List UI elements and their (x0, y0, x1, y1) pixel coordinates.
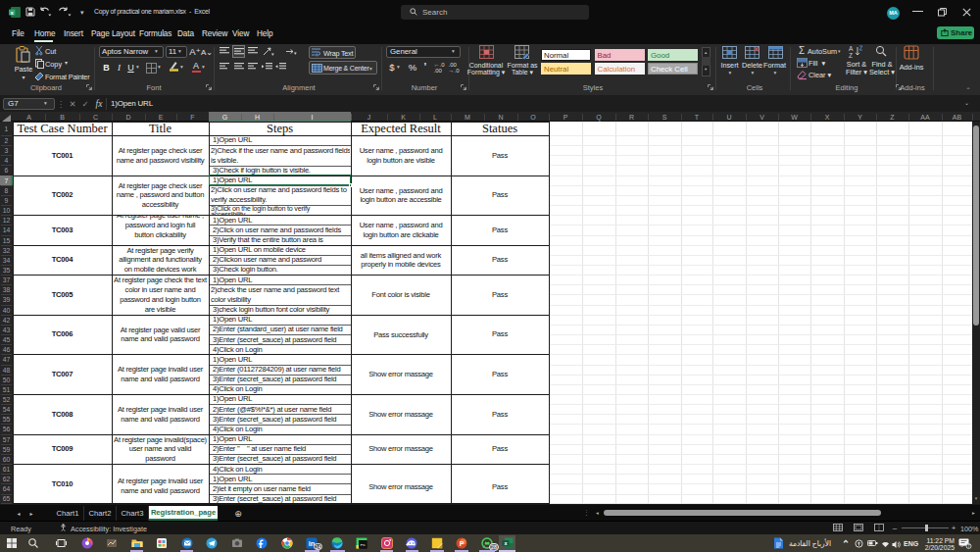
svg-text:▾: ▾ (271, 51, 274, 57)
svg-text:P: P (460, 540, 465, 547)
svg-text:Z: Z (849, 52, 853, 59)
svg-text:▾: ▾ (294, 50, 297, 56)
svg-text:PC: PC (361, 543, 367, 547)
svg-text:A: A (849, 45, 854, 52)
